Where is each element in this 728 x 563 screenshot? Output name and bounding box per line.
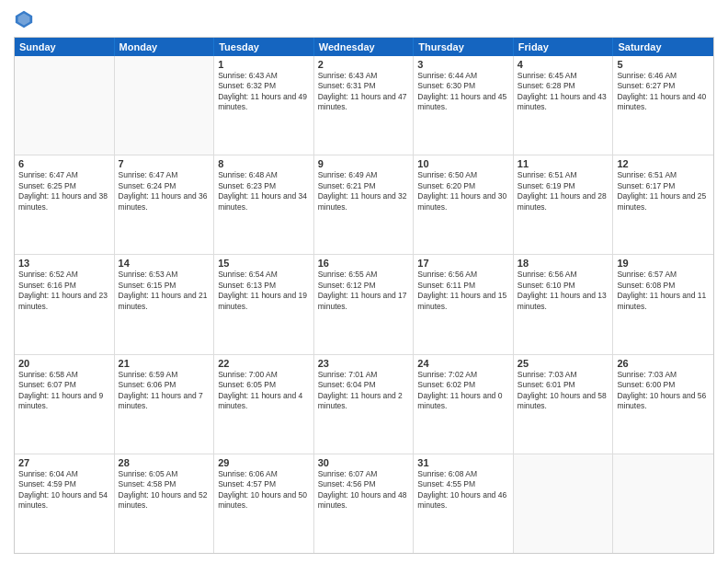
day-cell-12: 12Sunrise: 6:51 AM Sunset: 6:17 PM Dayli… [613, 155, 713, 254]
day-cell-16: 16Sunrise: 6:55 AM Sunset: 6:12 PM Dayli… [314, 255, 415, 353]
header-day-sunday: Sunday [15, 38, 115, 56]
day-number: 31 [417, 457, 509, 468]
day-info: Sunrise: 6:45 AM Sunset: 6:28 PM Dayligh… [518, 71, 609, 113]
day-info: Sunrise: 6:51 AM Sunset: 6:19 PM Dayligh… [518, 170, 609, 213]
day-cell-28: 28Sunrise: 6:05 AM Sunset: 4:58 PM Dayli… [115, 454, 215, 553]
day-cell-10: 10Sunrise: 6:50 AM Sunset: 6:20 PM Dayli… [414, 155, 514, 254]
day-number: 3 [417, 59, 509, 70]
calendar-header: SundayMondayTuesdayWednesdayThursdayFrid… [15, 38, 713, 56]
day-cell-20: 20Sunrise: 6:58 AM Sunset: 6:07 PM Dayli… [15, 355, 115, 454]
day-cell-5: 5Sunrise: 6:46 AM Sunset: 6:27 PM Daylig… [613, 56, 713, 155]
day-number: 15 [218, 258, 310, 269]
day-number: 1 [218, 59, 310, 70]
empty-cell [514, 454, 614, 553]
day-cell-8: 8Sunrise: 6:48 AM Sunset: 6:23 PM Daylig… [214, 155, 314, 254]
logo-icon [14, 9, 34, 29]
day-number: 17 [417, 258, 509, 269]
calendar-body: 1Sunrise: 6:43 AM Sunset: 6:32 PM Daylig… [15, 56, 713, 553]
day-info: Sunrise: 7:03 AM Sunset: 6:00 PM Dayligh… [617, 370, 710, 412]
day-info: Sunrise: 6:59 AM Sunset: 6:06 PM Dayligh… [119, 370, 210, 412]
day-info: Sunrise: 6:52 AM Sunset: 6:16 PM Dayligh… [18, 270, 110, 312]
day-info: Sunrise: 6:44 AM Sunset: 6:30 PM Dayligh… [417, 71, 509, 113]
logo [14, 9, 38, 29]
day-number: 19 [617, 258, 710, 269]
day-cell-3: 3Sunrise: 6:44 AM Sunset: 6:30 PM Daylig… [414, 56, 514, 155]
header [14, 9, 714, 29]
day-number: 9 [318, 158, 410, 169]
day-cell-29: 29Sunrise: 6:06 AM Sunset: 4:57 PM Dayli… [214, 454, 314, 553]
day-number: 26 [617, 358, 710, 369]
day-info: Sunrise: 7:00 AM Sunset: 6:05 PM Dayligh… [218, 370, 310, 412]
day-cell-23: 23Sunrise: 7:01 AM Sunset: 6:04 PM Dayli… [314, 355, 415, 454]
day-number: 16 [318, 258, 410, 269]
calendar-row-2: 13Sunrise: 6:52 AM Sunset: 6:16 PM Dayli… [15, 255, 713, 354]
day-info: Sunrise: 6:46 AM Sunset: 6:27 PM Dayligh… [617, 71, 710, 113]
day-cell-24: 24Sunrise: 7:02 AM Sunset: 6:02 PM Dayli… [414, 355, 514, 454]
day-number: 6 [18, 158, 110, 169]
day-info: Sunrise: 6:54 AM Sunset: 6:13 PM Dayligh… [218, 270, 310, 312]
day-number: 12 [617, 158, 710, 169]
day-info: Sunrise: 6:06 AM Sunset: 4:57 PM Dayligh… [218, 469, 310, 511]
empty-cell [115, 56, 215, 155]
day-number: 29 [218, 457, 310, 468]
header-day-tuesday: Tuesday [214, 38, 314, 56]
day-cell-2: 2Sunrise: 6:43 AM Sunset: 6:31 PM Daylig… [314, 56, 415, 155]
day-cell-14: 14Sunrise: 6:53 AM Sunset: 6:15 PM Dayli… [115, 255, 215, 353]
day-number: 14 [119, 258, 210, 269]
day-cell-7: 7Sunrise: 6:47 AM Sunset: 6:24 PM Daylig… [115, 155, 215, 254]
calendar-row-3: 20Sunrise: 6:58 AM Sunset: 6:07 PM Dayli… [15, 355, 713, 454]
day-info: Sunrise: 6:43 AM Sunset: 6:31 PM Dayligh… [318, 71, 410, 113]
day-info: Sunrise: 6:58 AM Sunset: 6:07 PM Dayligh… [18, 370, 110, 412]
day-info: Sunrise: 7:01 AM Sunset: 6:04 PM Dayligh… [318, 370, 410, 412]
calendar: SundayMondayTuesdayWednesdayThursdayFrid… [14, 37, 714, 554]
day-number: 11 [518, 158, 609, 169]
day-cell-17: 17Sunrise: 6:56 AM Sunset: 6:11 PM Dayli… [414, 255, 514, 353]
day-info: Sunrise: 6:56 AM Sunset: 6:10 PM Dayligh… [518, 270, 609, 312]
day-number: 24 [417, 358, 509, 369]
day-info: Sunrise: 6:51 AM Sunset: 6:17 PM Dayligh… [617, 170, 710, 213]
header-day-saturday: Saturday [613, 38, 713, 56]
day-number: 18 [518, 258, 609, 269]
day-cell-30: 30Sunrise: 6:07 AM Sunset: 4:56 PM Dayli… [314, 454, 415, 553]
day-cell-9: 9Sunrise: 6:49 AM Sunset: 6:21 PM Daylig… [314, 155, 415, 254]
day-cell-26: 26Sunrise: 7:03 AM Sunset: 6:00 PM Dayli… [613, 355, 713, 454]
day-cell-27: 27Sunrise: 6:04 AM Sunset: 4:59 PM Dayli… [15, 454, 115, 553]
day-info: Sunrise: 6:05 AM Sunset: 4:58 PM Dayligh… [119, 469, 210, 511]
day-number: 21 [119, 358, 210, 369]
day-number: 20 [18, 358, 110, 369]
day-cell-6: 6Sunrise: 6:47 AM Sunset: 6:25 PM Daylig… [15, 155, 115, 254]
day-info: Sunrise: 6:57 AM Sunset: 6:08 PM Dayligh… [617, 270, 710, 312]
page: SundayMondayTuesdayWednesdayThursdayFrid… [0, 0, 728, 563]
day-info: Sunrise: 6:47 AM Sunset: 6:24 PM Dayligh… [119, 170, 210, 213]
day-cell-31: 31Sunrise: 6:08 AM Sunset: 4:55 PM Dayli… [414, 454, 514, 553]
day-info: Sunrise: 7:02 AM Sunset: 6:02 PM Dayligh… [417, 370, 509, 412]
day-cell-19: 19Sunrise: 6:57 AM Sunset: 6:08 PM Dayli… [613, 255, 713, 353]
calendar-row-4: 27Sunrise: 6:04 AM Sunset: 4:59 PM Dayli… [15, 454, 713, 553]
day-number: 4 [518, 59, 609, 70]
day-info: Sunrise: 6:49 AM Sunset: 6:21 PM Dayligh… [318, 170, 410, 213]
day-info: Sunrise: 6:47 AM Sunset: 6:25 PM Dayligh… [18, 170, 110, 213]
day-info: Sunrise: 6:56 AM Sunset: 6:11 PM Dayligh… [417, 270, 509, 312]
day-info: Sunrise: 7:03 AM Sunset: 6:01 PM Dayligh… [518, 370, 609, 412]
day-number: 10 [417, 158, 509, 169]
day-info: Sunrise: 6:48 AM Sunset: 6:23 PM Dayligh… [218, 170, 310, 213]
day-cell-4: 4Sunrise: 6:45 AM Sunset: 6:28 PM Daylig… [514, 56, 614, 155]
day-number: 5 [617, 59, 710, 70]
day-info: Sunrise: 6:07 AM Sunset: 4:56 PM Dayligh… [318, 469, 410, 511]
day-number: 7 [119, 158, 210, 169]
day-number: 27 [18, 457, 110, 468]
calendar-row-1: 6Sunrise: 6:47 AM Sunset: 6:25 PM Daylig… [15, 155, 713, 255]
header-day-monday: Monday [115, 38, 215, 56]
calendar-row-0: 1Sunrise: 6:43 AM Sunset: 6:32 PM Daylig… [15, 56, 713, 155]
day-number: 22 [218, 358, 310, 369]
empty-cell [613, 454, 713, 553]
empty-cell [15, 56, 115, 155]
day-cell-1: 1Sunrise: 6:43 AM Sunset: 6:32 PM Daylig… [214, 56, 314, 155]
day-info: Sunrise: 6:43 AM Sunset: 6:32 PM Dayligh… [218, 71, 310, 113]
day-info: Sunrise: 6:04 AM Sunset: 4:59 PM Dayligh… [18, 469, 110, 511]
day-number: 23 [318, 358, 410, 369]
header-day-thursday: Thursday [414, 38, 514, 56]
day-number: 13 [18, 258, 110, 269]
day-cell-22: 22Sunrise: 7:00 AM Sunset: 6:05 PM Dayli… [214, 355, 314, 454]
day-cell-25: 25Sunrise: 7:03 AM Sunset: 6:01 PM Dayli… [514, 355, 614, 454]
